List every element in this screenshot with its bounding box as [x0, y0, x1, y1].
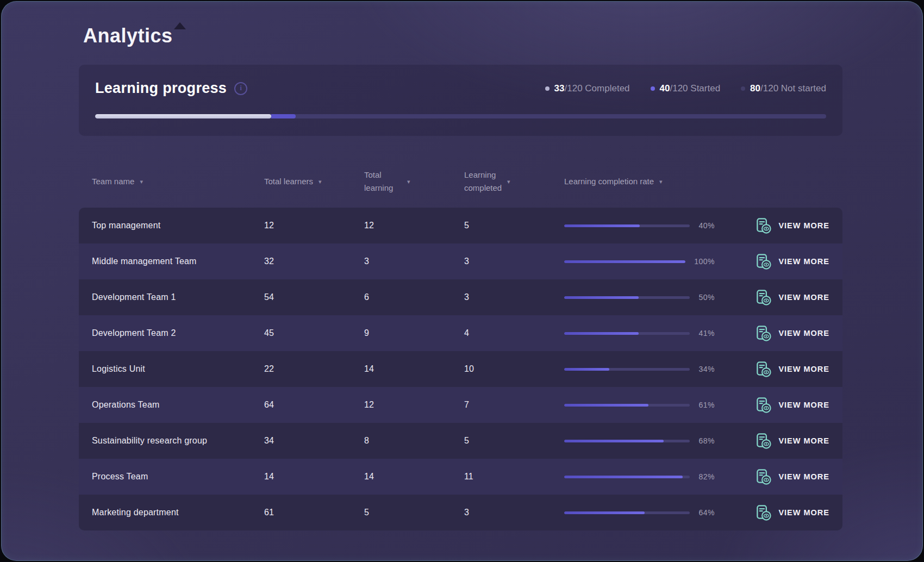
view-more-label: VIEW MORE — [778, 329, 829, 338]
caret-up-icon — [174, 22, 186, 29]
team-name-cell: Middle management Team — [92, 257, 264, 266]
completion-rate-bar — [564, 260, 685, 263]
completion-rate-value: 64% — [690, 508, 715, 517]
completion-rate-value: 50% — [690, 293, 715, 302]
total-learners-cell: 32 — [264, 257, 364, 266]
completion-rate-fill — [564, 332, 639, 335]
total-learning-cell: 3 — [364, 257, 464, 266]
completion-rate-cell: 82% — [564, 472, 729, 481]
table-row: Process Team 14 14 11 82% VIEW MORE — [79, 459, 842, 495]
view-more-button[interactable]: VIEW MORE — [729, 469, 829, 485]
teams-table: Top management 12 12 5 40% VIEW MORE Mid… — [79, 208, 842, 530]
team-name-cell: Operations Team — [92, 400, 264, 410]
table-header-row: Team name ▾ Total learners ▾ Total learn… — [79, 162, 842, 208]
team-name-cell: Logistics Unit — [92, 364, 264, 374]
document-eye-icon — [755, 469, 772, 485]
completion-rate-cell: 50% — [564, 293, 729, 302]
total-learning-cell: 9 — [364, 328, 464, 338]
view-more-label: VIEW MORE — [778, 508, 829, 517]
total-learning-cell: 8 — [364, 436, 464, 446]
page-header: Analytics — [79, 2, 842, 47]
learning-progress-header: Learning progress i 33/120 Completed 40/… — [95, 80, 826, 97]
analytics-page: Analytics Learning progress i 33/120 Com… — [1, 1, 923, 561]
view-more-button[interactable]: VIEW MORE — [729, 289, 829, 306]
total-learning-cell: 14 — [364, 364, 464, 374]
stat-value: 80 — [750, 83, 760, 94]
view-more-button[interactable]: VIEW MORE — [729, 504, 829, 521]
completion-rate-fill — [564, 511, 645, 514]
total-learning-cell: 12 — [364, 221, 464, 230]
column-header-label: Learning completion rate — [564, 175, 654, 188]
table-row: Marketing department 61 5 3 64% VIEW MOR… — [79, 495, 842, 530]
table-row: Top management 12 12 5 40% VIEW MORE — [79, 208, 842, 243]
stat-dot-icon — [651, 86, 655, 91]
column-header-0[interactable]: Team name ▾ — [92, 175, 264, 188]
total-learners-cell: 45 — [264, 328, 364, 338]
table-row: Logistics Unit 22 14 10 34% VIEW MORE — [79, 351, 842, 387]
sort-caret-icon: ▾ — [659, 178, 663, 185]
total-learning-cell: 6 — [364, 292, 464, 302]
completion-rate-value: 82% — [690, 472, 715, 481]
table-row: Development Team 2 45 9 4 41% VIEW MORE — [79, 315, 842, 351]
completion-rate-cell: 68% — [564, 436, 729, 445]
column-header-label: Team name — [92, 175, 134, 188]
view-more-button[interactable]: VIEW MORE — [729, 361, 829, 378]
view-more-button[interactable]: VIEW MORE — [729, 217, 829, 234]
completion-rate-bar — [564, 511, 690, 514]
total-learners-cell: 64 — [264, 400, 364, 410]
view-more-button[interactable]: VIEW MORE — [729, 433, 829, 449]
completion-rate-bar — [564, 224, 690, 227]
table-row: Operations Team 64 12 7 61% VIEW MORE — [79, 387, 842, 423]
table-row: Development Team 1 54 6 3 50% VIEW MORE — [79, 279, 842, 315]
completion-rate-value: 68% — [690, 436, 715, 445]
completion-rate-fill — [564, 260, 685, 263]
completion-rate-cell: 34% — [564, 365, 729, 373]
total-learners-cell: 14 — [264, 472, 364, 482]
view-more-label: VIEW MORE — [778, 293, 829, 302]
learning-progress-card: Learning progress i 33/120 Completed 40/… — [79, 65, 842, 136]
column-header-1[interactable]: Total learners ▾ — [264, 175, 364, 188]
total-learning-cell: 5 — [364, 508, 464, 517]
completion-rate-bar — [564, 440, 690, 442]
team-name-cell: Sustainability research group — [92, 436, 264, 446]
progress-stat: 80/120 Not started — [741, 83, 826, 94]
document-eye-icon — [755, 253, 772, 270]
stat-value: 33 — [554, 83, 565, 94]
view-more-button[interactable]: VIEW MORE — [729, 397, 829, 414]
learning-completed-cell: 4 — [464, 328, 564, 338]
view-more-label: VIEW MORE — [778, 472, 829, 481]
document-eye-icon — [755, 361, 772, 378]
team-name-cell: Process Team — [92, 472, 264, 482]
completion-rate-cell: 100% — [564, 257, 729, 266]
completion-rate-bar — [564, 368, 690, 371]
view-more-button[interactable]: VIEW MORE — [729, 325, 829, 342]
completion-rate-bar — [564, 332, 690, 335]
view-more-label: VIEW MORE — [778, 365, 829, 373]
completion-rate-bar — [564, 404, 690, 407]
learning-completed-cell: 7 — [464, 400, 564, 410]
completion-rate-fill — [564, 296, 639, 299]
column-header-2[interactable]: Total learning ▾ — [364, 168, 464, 195]
sort-caret-icon: ▾ — [507, 178, 510, 185]
total-learners-cell: 61 — [264, 508, 364, 517]
document-eye-icon — [755, 504, 772, 521]
learning-completed-cell: 3 — [464, 292, 564, 302]
info-icon[interactable]: i — [234, 82, 247, 95]
view-more-button[interactable]: VIEW MORE — [729, 253, 829, 270]
stat-dot-icon — [741, 86, 745, 91]
progress-segment-completed — [95, 114, 271, 118]
team-name-cell: Marketing department — [92, 508, 264, 517]
learning-completed-cell: 3 — [464, 257, 564, 266]
completion-rate-cell: 64% — [564, 508, 729, 517]
column-header-3[interactable]: Learning completed ▾ — [464, 168, 564, 195]
total-learning-cell: 12 — [364, 400, 464, 410]
learning-completed-cell: 5 — [464, 221, 564, 230]
total-learners-cell: 22 — [264, 364, 364, 374]
column-header-4[interactable]: Learning completion rate ▾ — [564, 175, 729, 188]
document-eye-icon — [755, 433, 772, 449]
learning-completed-cell: 3 — [464, 508, 564, 517]
view-more-label: VIEW MORE — [778, 401, 829, 409]
completion-rate-bar — [564, 296, 690, 299]
progress-stat: 40/120 Started — [651, 83, 721, 94]
column-header-label: Learning completed — [464, 168, 502, 195]
